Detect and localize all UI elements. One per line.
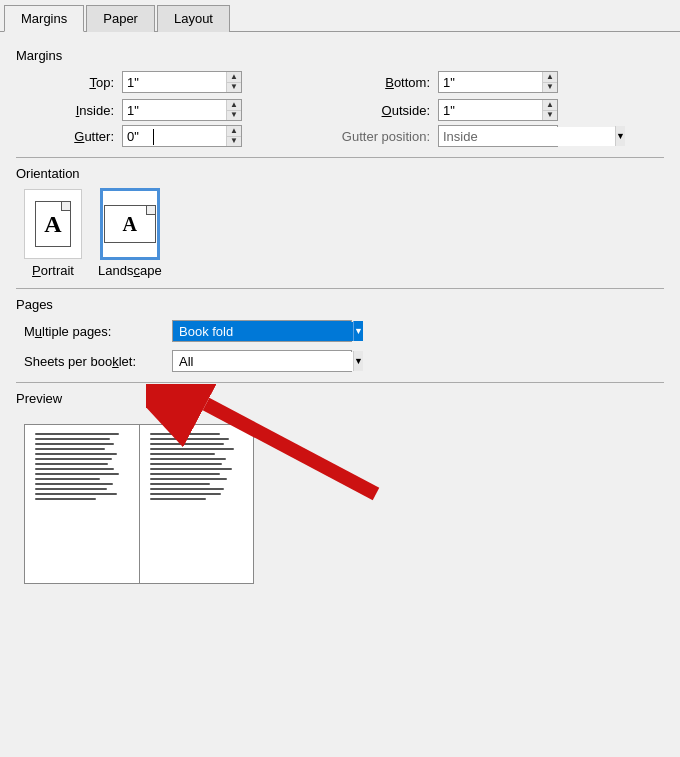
gutter-position-input[interactable] — [439, 127, 615, 146]
cursor — [153, 129, 154, 145]
top-spinner-down[interactable]: ▼ — [227, 83, 241, 93]
bottom-spinner-down[interactable]: ▼ — [543, 83, 557, 93]
inside-input[interactable] — [123, 100, 226, 120]
sheets-per-booklet-label: Sheets per booklet: — [24, 354, 164, 369]
multiple-pages-dropdown-arrow[interactable]: ▼ — [353, 321, 363, 341]
inside-spinner-down[interactable]: ▼ — [227, 111, 241, 121]
portrait-icon-container: A — [24, 189, 82, 259]
inside-label: Inside: — [24, 103, 114, 118]
top-spinner[interactable]: ▲ ▼ — [122, 71, 242, 93]
margins-section-title: Margins — [16, 48, 664, 63]
sheets-dropdown-arrow[interactable]: ▼ — [353, 351, 363, 371]
outside-spinner[interactable]: ▲ ▼ — [438, 99, 558, 121]
multiple-pages-select[interactable]: ▼ — [172, 320, 352, 342]
left-page — [25, 425, 140, 583]
gutter-spinner-down[interactable]: ▼ — [227, 137, 241, 147]
gutter-spinner-up[interactable]: ▲ — [227, 126, 241, 137]
portrait-option[interactable]: A Portrait — [24, 189, 82, 278]
outside-input[interactable] — [439, 100, 542, 120]
gutter-input[interactable] — [123, 126, 226, 146]
portrait-page-icon: A — [35, 201, 71, 247]
landscape-label: Landscape — [98, 263, 162, 278]
tab-margins[interactable]: Margins — [4, 5, 84, 32]
gutter-row: Gutter: ▲ ▼ Gutter position: ▼ — [24, 125, 664, 147]
landscape-icon-container: A — [101, 189, 159, 259]
content-area: Margins Top: ▲ ▼ Bottom: ▲ ▼ — [0, 32, 680, 600]
page-setup-dialog: Margins Paper Layout Margins Top: ▲ ▼ — [0, 0, 680, 757]
outside-spinner-up[interactable]: ▲ — [543, 100, 557, 111]
preview-section: Preview — [16, 391, 664, 584]
bottom-input[interactable] — [439, 72, 542, 92]
bottom-spinner[interactable]: ▲ ▼ — [438, 71, 558, 93]
bottom-label: Bottom: — [310, 75, 430, 90]
multiple-pages-label: Multiple pages: — [24, 324, 164, 339]
landscape-option[interactable]: A Landscape — [98, 189, 162, 278]
inside-spinner-up[interactable]: ▲ — [227, 100, 241, 111]
bottom-spinner-up[interactable]: ▲ — [543, 72, 557, 83]
divider-3 — [16, 382, 664, 383]
gutter-label: Gutter: — [24, 129, 114, 144]
gutter-position-select[interactable]: ▼ — [438, 125, 558, 147]
inside-spinner[interactable]: ▲ ▼ — [122, 99, 242, 121]
gutter-spinner[interactable]: ▲ ▼ — [122, 125, 242, 147]
tab-paper[interactable]: Paper — [86, 5, 155, 32]
book-preview — [24, 424, 254, 584]
divider-1 — [16, 157, 664, 158]
pages-title: Pages — [16, 297, 664, 312]
margins-fields: Top: ▲ ▼ Bottom: ▲ ▼ Inside: — [24, 71, 664, 121]
orientation-options: A Portrait A Landscape — [24, 189, 664, 278]
pages-fields: Multiple pages: ▼ Sheets per booklet: ▼ — [24, 320, 664, 372]
gutter-position-dropdown-arrow[interactable]: ▼ — [615, 126, 625, 146]
portrait-label: Portrait — [32, 263, 74, 278]
sheets-per-booklet-input[interactable] — [173, 352, 353, 371]
top-input[interactable] — [123, 72, 226, 92]
tab-layout[interactable]: Layout — [157, 5, 230, 32]
divider-2 — [16, 288, 664, 289]
outside-label: Outside: — [310, 103, 430, 118]
orientation-title: Orientation — [16, 166, 664, 181]
preview-area — [24, 424, 254, 584]
pages-section: Pages Multiple pages: ▼ Sheets per bookl… — [16, 297, 664, 372]
landscape-page-icon: A — [104, 205, 156, 243]
preview-title: Preview — [16, 391, 664, 406]
multiple-pages-input[interactable] — [173, 322, 353, 341]
tab-bar: Margins Paper Layout — [0, 0, 680, 32]
top-label: Top: — [24, 75, 114, 90]
orientation-section: Orientation A Portrait — [16, 166, 664, 278]
sheets-per-booklet-select[interactable]: ▼ — [172, 350, 352, 372]
outside-spinner-down[interactable]: ▼ — [543, 111, 557, 121]
preview-container — [16, 414, 254, 584]
right-page — [140, 425, 254, 583]
gutter-position-label: Gutter position: — [310, 129, 430, 144]
top-spinner-up[interactable]: ▲ — [227, 72, 241, 83]
